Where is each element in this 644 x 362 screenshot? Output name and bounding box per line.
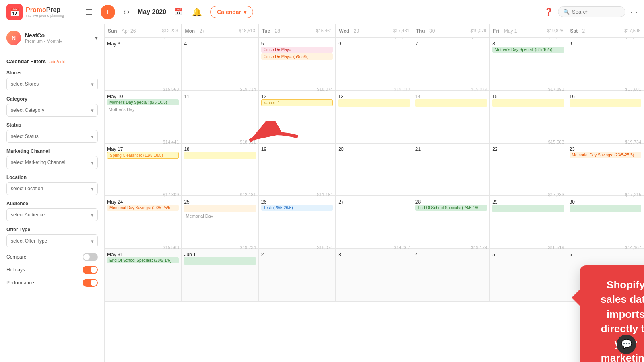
prev-month-button[interactable]: ‹: [123, 8, 126, 16]
offer-label: Offer Type: [6, 227, 98, 232]
event-spring-clearance[interactable]: Spring Clearance: (12/5-18/5): [107, 152, 179, 159]
col-thu: Thu 30 $19,079: [413, 24, 490, 37]
holiday-memorial-day: Memorial Day: [184, 213, 256, 219]
cell-may3: May 3 $17,809: [105, 38, 182, 90]
cell-may17: May 17 $14,441 Spring Clearance: (12/5-1…: [105, 144, 182, 196]
filters-title: Calendar Filters: [6, 58, 46, 64]
search-box[interactable]: 🔍: [558, 6, 625, 17]
stores-filter: Stores select Stores: [6, 70, 98, 90]
cell-may4: 4 $12,181: [182, 38, 258, 90]
cell-may6: 6 $18,911: [336, 38, 413, 90]
tagline: intuitive promo planning: [26, 14, 64, 18]
user-name: NeatCo: [25, 32, 62, 39]
week-row-1: May 3 $17,809 4 $12,181 5 $11,181 Cinco …: [105, 38, 644, 91]
col-tue: Tue 28 $15,461: [259, 24, 336, 37]
user-menu-chevron[interactable]: ▾: [95, 35, 98, 41]
user-info: N NeatCo Premium - Monthly: [6, 31, 62, 45]
calendar-view-button[interactable]: Calendar ▾: [210, 6, 253, 18]
cell-may26: 26 $11,181 Test: (26/5-26/5): [259, 196, 336, 249]
marketing-filter: Marketing Channel select Marketing Chann…: [6, 148, 98, 169]
filters-header: Calendar Filters add/edit: [6, 58, 98, 64]
user-row: N NeatCo Premium - Monthly ▾: [6, 31, 98, 50]
stores-select[interactable]: select Stores: [6, 78, 98, 90]
cell-jun2: 2 $18,074: [259, 249, 336, 301]
week-row-5: May 31 $15,563 End Of School Specials: (…: [105, 249, 644, 302]
location-select[interactable]: select Location: [6, 182, 98, 195]
svg-text:N: N: [12, 35, 16, 41]
stores-select-wrapper: select Stores: [6, 78, 98, 90]
cell-may15: 15 $17,891: [490, 91, 567, 143]
calendar-area: Sun Apr 26 $12,223 Mon 27 $18,513 Tue 28…: [105, 24, 644, 362]
avatar: N: [6, 31, 21, 45]
add-button[interactable]: +: [101, 5, 115, 19]
category-select[interactable]: select Category: [6, 104, 98, 117]
compare-label: Compare: [6, 254, 26, 260]
audience-filter: Audience select Audience: [6, 201, 98, 221]
cell-may29: 29 $17,233: [490, 196, 567, 249]
calendar-icon: 📅: [174, 8, 182, 16]
logo-text: PromoPrep intuitive promo planning: [26, 6, 64, 18]
cell-may10: May 10 $15,563 Mother's Day Special: (8/…: [105, 91, 182, 143]
status-label: Status: [6, 122, 98, 128]
cell-jun3: 3 $14,067: [336, 249, 413, 301]
holiday-mothers-day: Mother's Day: [107, 106, 179, 113]
category-select-wrapper: select Category: [6, 104, 98, 117]
bell-icon[interactable]: 🔔: [192, 7, 202, 17]
col-fri: Fri May 1 $19,828: [490, 24, 567, 37]
event-memorial-savings-w4[interactable]: Memorial Day Savings: (23/5-25/5): [107, 205, 179, 211]
category-label: Category: [6, 96, 98, 102]
holidays-toggle[interactable]: [83, 266, 98, 274]
cell-may20: 20: [336, 144, 413, 196]
marketing-select[interactable]: select Marketing Channel: [6, 156, 98, 169]
cell-may13: 13 $19,010: [336, 91, 413, 143]
offer-select[interactable]: select Offer Type: [6, 234, 98, 247]
event-end-of-school-start[interactable]: End Of School Specials: (28/5-1/6): [415, 205, 487, 211]
chat-bubble[interactable]: 💬: [617, 335, 636, 354]
col-sat: Sat 2 $17,596: [567, 24, 644, 37]
logo-icon: 📅: [6, 4, 23, 20]
offer-filter: Offer Type select Offer Type: [6, 227, 98, 247]
holidays-label: Holidays: [6, 267, 25, 273]
cell-may31: May 31 $15,563 End Of School Specials: (…: [105, 249, 182, 301]
add-edit-link[interactable]: add/edit: [49, 59, 65, 64]
col-wed: Wed 29 $17,481: [336, 24, 413, 37]
holidays-toggle-row: Holidays: [6, 266, 98, 274]
event-test[interactable]: Test: (26/5-26/5): [261, 205, 333, 211]
col-mon: Mon 27 $18,513: [182, 24, 258, 37]
category-filter: Category select Category: [6, 96, 98, 117]
location-filter: Location select Location: [6, 175, 98, 195]
cell-jun5: 5 $16,519: [490, 249, 567, 301]
current-month: May 2020: [138, 8, 166, 16]
compare-toggle[interactable]: [83, 253, 98, 261]
cell-jun4: 4 $19,179: [413, 249, 490, 301]
hamburger-icon[interactable]: ☰: [85, 7, 93, 17]
event-end-of-school-w5[interactable]: End Of School Specials: (28/5-1/6): [107, 257, 179, 263]
event-memorial-savings-start[interactable]: Memorial Day Savings: (23/5-25/5): [570, 152, 641, 158]
event-mothers-special-w2[interactable]: Mother's Day Special: (8/5-10/5): [107, 99, 179, 105]
performance-toggle[interactable]: [83, 279, 98, 287]
cell-may27: 27: [336, 196, 413, 249]
event-cinco-de-mayo[interactable]: Cinco De Mayo: [261, 47, 333, 53]
event-mothers-day-special-start[interactable]: Mother's Day Special: (8/5-10/5): [492, 47, 564, 53]
sidebar: N NeatCo Premium - Monthly ▾ Calendar Fi…: [0, 24, 105, 362]
event-spring-clearance-start[interactable]: rance: (1: [261, 99, 333, 106]
status-select[interactable]: select Status: [6, 130, 98, 143]
status-select-wrapper: select Status: [6, 130, 98, 143]
audience-select[interactable]: select Audience: [6, 208, 98, 221]
event-cinco-promo[interactable]: Cinco De Mayo: (5/5-5/5): [261, 53, 333, 60]
performance-label: Performance: [6, 280, 34, 286]
cell-may24: May 24 $17,809 Memorial Day Savings: (23…: [105, 196, 182, 249]
week-row-2: May 10 $15,563 Mother's Day Special: (8/…: [105, 91, 644, 144]
search-input[interactable]: [572, 9, 620, 15]
performance-toggle-row: Performance: [6, 279, 98, 287]
calendar-header-row: Sun Apr 26 $12,223 Mon 27 $18,513 Tue 28…: [105, 24, 644, 38]
cell-jun1: Jun 1 $19,734: [182, 249, 258, 301]
help-icon[interactable]: ❓: [544, 8, 553, 16]
location-label: Location: [6, 175, 98, 180]
next-month-button[interactable]: ›: [127, 8, 130, 16]
week-row-4: May 24 $17,809 Memorial Day Savings: (23…: [105, 196, 644, 249]
cell-may8: 8 $17,233 Mother's Day Special: (8/5-10/…: [490, 38, 567, 90]
cell-may5: 5 $11,181 Cinco De Mayo Cinco De Mayo: (…: [259, 38, 336, 90]
more-options-icon[interactable]: ⋯: [630, 8, 638, 16]
audience-label: Audience: [6, 201, 98, 206]
